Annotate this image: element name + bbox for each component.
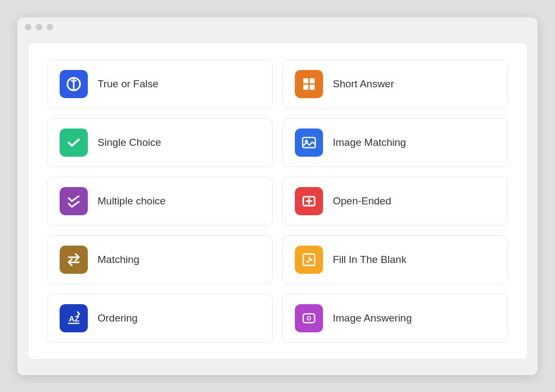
true-or-false-label: True or False [98,78,158,90]
short-answer-label: Short Answer [333,78,394,90]
card-true-or-false[interactable]: True or False [47,60,273,108]
content-area: True or FalseShort AnswerSingle ChoiceIm… [28,43,527,359]
question-type-grid: True or FalseShort AnswerSingle ChoiceIm… [47,60,508,343]
svg-point-17 [307,316,311,320]
dot-3 [47,24,53,30]
card-short-answer[interactable]: Short Answer [282,60,508,108]
svg-rect-2 [304,78,308,83]
fill-in-blank-label: Fill In The Blank [333,254,406,266]
svg-rect-3 [309,78,314,83]
card-open-ended[interactable]: Open-Ended [282,177,508,226]
multiple-choice-label: Multiple choice [98,195,166,207]
svg-rect-4 [304,85,308,89]
card-image-answering[interactable]: Image Answering [282,294,508,343]
app-window: True or FalseShort AnswerSingle ChoiceIm… [17,17,538,375]
svg-marker-12 [305,256,313,264]
single-choice-icon [60,128,88,157]
fill-in-blank-icon [295,246,323,274]
single-choice-label: Single Choice [98,137,161,149]
ordering-icon: AZ [60,304,88,332]
dot-2 [36,24,42,30]
titlebar [17,17,538,37]
matching-label: Matching [98,254,139,266]
image-matching-icon [295,128,323,157]
true-or-false-icon [60,70,88,98]
card-single-choice[interactable]: Single Choice [47,118,273,167]
open-ended-icon [295,187,323,215]
card-matching[interactable]: Matching [47,235,273,284]
card-image-matching[interactable]: Image Matching [282,118,508,167]
open-ended-label: Open-Ended [333,195,391,207]
matching-icon [60,246,88,274]
multiple-choice-icon [60,187,88,215]
card-fill-in-blank[interactable]: Fill In The Blank [282,235,508,284]
card-ordering[interactable]: AZOrdering [47,294,273,343]
ordering-label: Ordering [98,312,138,324]
dot-1 [25,24,31,30]
svg-rect-5 [309,85,314,89]
card-multiple-choice[interactable]: Multiple choice [47,177,273,226]
image-answering-icon [295,304,323,332]
svg-text:A: A [69,313,75,323]
image-matching-label: Image Matching [333,137,406,149]
image-answering-label: Image Answering [333,312,412,324]
short-answer-icon [295,70,323,98]
